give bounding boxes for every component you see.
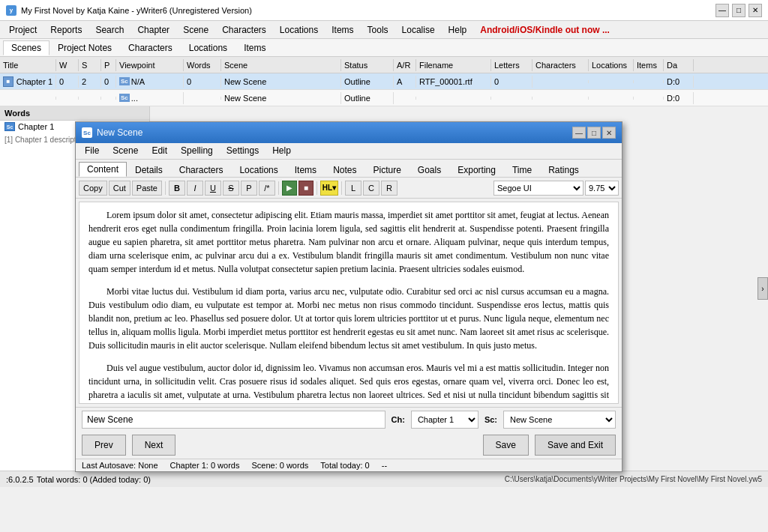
menu-chapter[interactable]: Chapter [131, 23, 176, 37]
font-size-selector[interactable]: 9.75 [585, 181, 619, 196]
col-w: W [56, 59, 79, 71]
row2-scene: New Scene [221, 92, 341, 104]
align-right-btn[interactable]: R [381, 181, 398, 196]
highlight-btn[interactable]: HL▾ [320, 181, 338, 196]
tab-locations[interactable]: Locations [181, 40, 236, 55]
scene-name-input[interactable] [82, 411, 386, 429]
menu-characters[interactable]: Characters [216, 23, 272, 37]
editor-area[interactable]: Lorem ipsum dolor sit amet, consectetur … [79, 202, 619, 404]
col-characters: Characters [532, 59, 589, 71]
toolbar-sep-2 [278, 181, 279, 195]
tab-characters[interactable]: Characters [120, 40, 181, 55]
align-center-btn[interactable]: C [363, 181, 380, 196]
close-button[interactable]: ✕ [748, 4, 762, 17]
status-extra: -- [382, 461, 387, 470]
scene-select[interactable]: New Scene [503, 411, 616, 429]
row-words: 0 [184, 76, 221, 88]
tab-scenes[interactable]: Scenes [3, 40, 50, 55]
row2-words [184, 97, 221, 100]
col-scene: Scene [221, 59, 341, 71]
dialog-tab-notes[interactable]: Notes [325, 163, 364, 177]
dialog-menu-file[interactable]: File [79, 145, 105, 157]
bold-btn[interactable]: B [169, 181, 185, 196]
dialog-tab-goals[interactable]: Goals [410, 163, 449, 177]
dialog-tab-ratings[interactable]: Ratings [540, 163, 587, 177]
tab-items[interactable]: Items [236, 40, 274, 55]
minimize-button[interactable]: — [716, 4, 729, 17]
menu-localise[interactable]: Localise [396, 23, 441, 37]
paste-btn[interactable]: Paste [132, 181, 162, 196]
underline-btn[interactable]: U [205, 181, 221, 196]
stop-btn[interactable]: ■ [298, 181, 314, 196]
dialog-title-label: New Scene [97, 127, 142, 138]
menu-project[interactable]: Project [3, 23, 43, 37]
dialog-tab-time[interactable]: Time [504, 163, 540, 177]
menu-android[interactable]: Android/iOS/Kindle out now ... [474, 23, 616, 37]
dialog-tab-picture[interactable]: Picture [364, 163, 409, 177]
maximize-button[interactable]: □ [732, 4, 746, 17]
col-title: Title [0, 59, 56, 71]
save-button[interactable]: Save [483, 435, 529, 456]
dialog-tab-details[interactable]: Details [127, 163, 171, 177]
col-words: Words [184, 59, 221, 71]
next-button[interactable]: Next [132, 435, 176, 456]
row2-title [0, 97, 56, 100]
col-p: P [101, 59, 116, 71]
total-today-label: Total today: 0 [320, 461, 369, 470]
chapter-select[interactable]: Chapter 1 [411, 411, 478, 429]
row2-items [634, 97, 664, 100]
row-title: ■ Chapter 1 [0, 75, 56, 88]
toolbar-sep-3 [316, 181, 317, 195]
copy-btn[interactable]: Copy [79, 181, 107, 196]
dialog-menu-scene[interactable]: Scene [106, 145, 144, 157]
menu-scene[interactable]: Scene [177, 23, 214, 37]
app-title: My First Novel by Katja Kaine - yWriter6… [21, 6, 252, 15]
dialog-close-btn[interactable]: ✕ [602, 127, 616, 139]
total-words-label: Total words: 0 (Added today: 0) [37, 475, 151, 484]
sidebar-title: Words [0, 106, 149, 121]
menu-bar: Project Reports Search Chapter Scene Cha… [0, 21, 768, 39]
menu-locations[interactable]: Locations [274, 23, 324, 37]
dialog-tab-characters[interactable]: Characters [171, 163, 232, 177]
title-bar-left: y My First Novel by Katja Kaine - yWrite… [6, 5, 252, 16]
cut-btn[interactable]: Cut [109, 181, 130, 196]
menu-reports[interactable]: Reports [44, 23, 88, 37]
row-p: 0 [101, 76, 116, 88]
dialog-maximize-btn[interactable]: □ [587, 127, 601, 139]
dialog-tab-locations[interactable]: Locations [231, 163, 286, 177]
menu-items[interactable]: Items [326, 23, 359, 37]
prev-button[interactable]: Prev [82, 435, 126, 456]
dialog-menu-settings[interactable]: Settings [220, 145, 265, 157]
dialog-title-bar: Sc New Scene — □ ✕ [76, 122, 622, 143]
menu-help[interactable]: Help [442, 23, 473, 37]
italic-btn[interactable]: I [187, 181, 203, 196]
dialog-menu-help[interactable]: Help [266, 145, 297, 157]
row-icon: ■ [3, 76, 14, 87]
strikethrough-btn[interactable]: S [223, 181, 239, 196]
align-left-btn[interactable]: L [345, 181, 362, 196]
dialog-menu-spelling[interactable]: Spelling [175, 145, 219, 157]
col-letters: Letters [491, 59, 532, 71]
p-btn[interactable]: P [241, 181, 257, 196]
chapter-words-label: Chapter 1: 0 words [170, 461, 240, 470]
dialog-minimize-btn[interactable]: — [572, 127, 586, 139]
save-exit-button[interactable]: Save and Exit [535, 435, 616, 456]
font-selector[interactable]: Segoe UI [494, 181, 584, 196]
dialog-toolbar: Copy Cut Paste B I U S P /* ▶ ■ HL▾ L C … [76, 178, 622, 199]
row-items [634, 80, 664, 83]
table-row[interactable]: ■ Chapter 1 0 2 0 Sc N/A 0 New Scene Out… [0, 73, 768, 90]
menu-search[interactable]: Search [89, 23, 130, 37]
menu-tools[interactable]: Tools [362, 23, 394, 37]
dialog-tab-exporting[interactable]: Exporting [449, 163, 504, 177]
scroll-right-arrow[interactable]: › [758, 277, 768, 300]
main-tab-bar: Scenes Project Notes Characters Location… [0, 39, 768, 57]
window-controls[interactable]: — □ ✕ [716, 4, 762, 17]
tab-project-notes[interactable]: Project Notes [50, 40, 120, 55]
dialog-tab-content[interactable]: Content [79, 162, 127, 177]
row2-ar [394, 97, 416, 100]
dialog-tab-items[interactable]: Items [286, 163, 325, 177]
dialog-menu-edit[interactable]: Edit [146, 145, 173, 157]
play-btn[interactable]: ▶ [282, 181, 297, 196]
comment-btn[interactable]: /* [259, 181, 275, 196]
table-row[interactable]: Sc ... New Scene Outline D:0 [0, 90, 768, 106]
